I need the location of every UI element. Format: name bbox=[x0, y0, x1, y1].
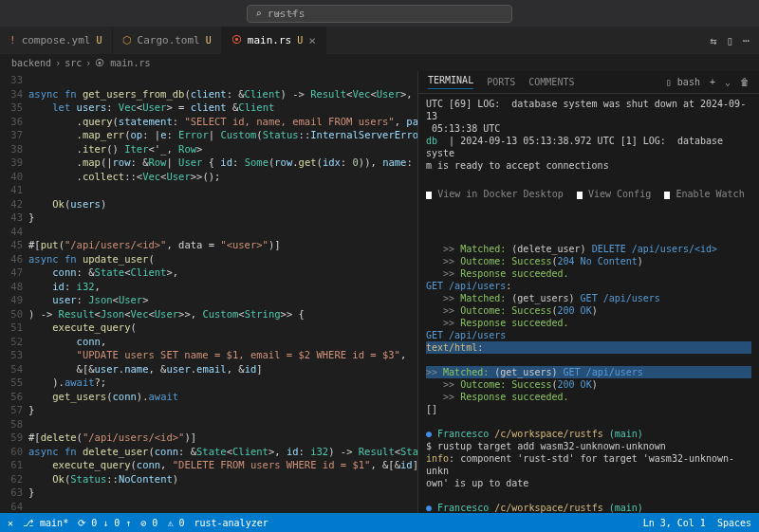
more-icon[interactable]: ⋯ bbox=[743, 34, 750, 47]
terminal-body[interactable]: UTC [69] LOG: database system was shut d… bbox=[418, 94, 759, 513]
main-area: 33 34 35 36 37 38 39 40 41 42 43 44 45 4… bbox=[0, 71, 759, 513]
terminal-link[interactable]: ▾ View in Docker Desktop bbox=[426, 188, 564, 202]
editor-tabs: !compose.ymlU⬡Cargo.tomlU⦿main.rsU× ⇆ ▯ … bbox=[0, 27, 759, 55]
status-item[interactable]: rust-analyzer bbox=[194, 518, 268, 528]
code-content[interactable]: async fn get_users_from_db(client: &Clie… bbox=[28, 71, 417, 513]
nav-arrows: ← → bbox=[275, 7, 296, 20]
status-item[interactable]: ⎇ main* bbox=[23, 518, 68, 528]
status-item[interactable]: ⚠ 0 bbox=[167, 518, 184, 528]
title-bar: ← → ⌕ rustfs bbox=[0, 0, 759, 27]
status-item[interactable]: ⊘ 0 bbox=[140, 518, 157, 528]
kill-terminal-icon[interactable]: 🗑 bbox=[740, 77, 750, 87]
status-item[interactable]: Ln 3, Col 1 bbox=[643, 518, 706, 528]
line-gutter: 33 34 35 36 37 38 39 40 41 42 43 44 45 4… bbox=[0, 71, 28, 513]
file-icon: ! bbox=[9, 34, 16, 46]
close-icon[interactable]: × bbox=[308, 33, 316, 47]
terminal-dropdown-icon[interactable]: ⌄ bbox=[725, 77, 731, 87]
search-icon: ⌕ bbox=[255, 8, 262, 20]
status-item[interactable]: Spaces bbox=[717, 518, 751, 528]
new-terminal-icon[interactable]: + bbox=[710, 77, 715, 87]
terminal-link[interactable]: ▾ Enable Watch bbox=[664, 188, 745, 202]
tab-Cargo-toml[interactable]: ⬡Cargo.tomlU bbox=[113, 27, 222, 54]
file-icon: ⦿ bbox=[231, 34, 242, 46]
terminal-actions: ▯ bash + ⌄ 🗑 bbox=[666, 77, 750, 87]
tab-actions: ⇆ ▯ ⋯ bbox=[710, 27, 759, 54]
terminal-panel: TERMINALPORTSCOMMENTS ▯ bash + ⌄ 🗑 UTC [… bbox=[417, 71, 759, 513]
back-icon[interactable]: ← bbox=[275, 7, 282, 20]
modified-indicator: U bbox=[96, 35, 102, 46]
code-editor[interactable]: 33 34 35 36 37 38 39 40 41 42 43 44 45 4… bbox=[0, 71, 417, 513]
terminal-link[interactable]: ▾ View Config bbox=[577, 188, 651, 202]
modified-indicator: U bbox=[297, 35, 303, 46]
shell-picker[interactable]: ▯ bash bbox=[666, 77, 700, 87]
panel-tab-comments[interactable]: COMMENTS bbox=[528, 77, 574, 87]
breadcrumb[interactable]: backend › src › ⦿ main.rs bbox=[0, 55, 759, 71]
compare-icon[interactable]: ⇆ bbox=[710, 34, 716, 47]
panel-tab-ports[interactable]: PORTS bbox=[487, 77, 515, 87]
tab-compose-yml[interactable]: !compose.ymlU bbox=[0, 27, 113, 54]
breadcrumb-segment[interactable]: src bbox=[65, 58, 82, 68]
status-bar: ✕⎇ main*⟳ 0 ↓ 0 ↑⊘ 0⚠ 0rust-analyzer Ln … bbox=[0, 513, 759, 532]
status-item[interactable]: ⟳ 0 ↓ 0 ↑ bbox=[78, 518, 131, 528]
tab-main-rs[interactable]: ⦿main.rsU× bbox=[222, 27, 326, 54]
modified-indicator: U bbox=[206, 35, 212, 46]
breadcrumb-segment[interactable]: backend bbox=[11, 58, 51, 68]
split-icon[interactable]: ▯ bbox=[727, 34, 733, 47]
panel-tabs: TERMINALPORTSCOMMENTS ▯ bash + ⌄ 🗑 bbox=[418, 71, 759, 94]
tab-label: compose.yml bbox=[22, 34, 91, 46]
file-icon: ⬡ bbox=[122, 34, 132, 46]
status-item[interactable]: ✕ bbox=[8, 518, 13, 528]
forward-icon[interactable]: → bbox=[289, 7, 296, 20]
tab-label: main.rs bbox=[248, 34, 291, 46]
breadcrumb-segment[interactable]: ⦿ main.rs bbox=[95, 58, 150, 68]
panel-tab-terminal[interactable]: TERMINAL bbox=[428, 75, 473, 89]
tab-label: Cargo.toml bbox=[138, 34, 200, 46]
